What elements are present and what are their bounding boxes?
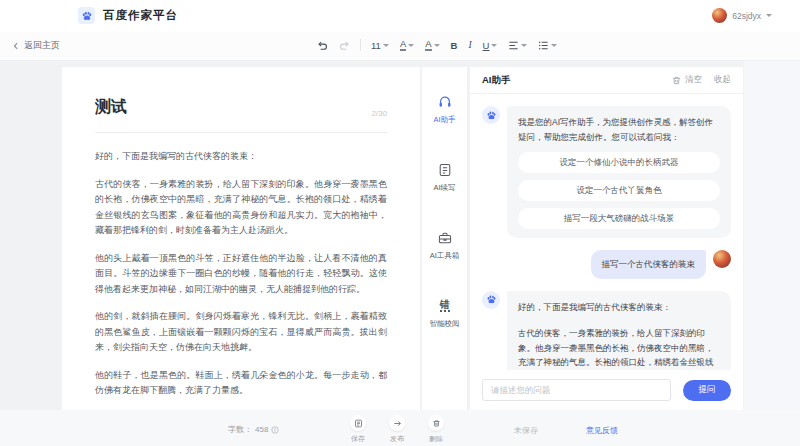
doc-paragraph[interactable]: 他的剑，就斜插在腰间。剑身闪烁着寒光，锋利无比。剑柄上，裹着精致的黑色鲨鱼皮，上…	[95, 309, 387, 356]
user-message: 描写一个古代侠客的装束	[482, 250, 731, 279]
title-divider	[95, 132, 387, 133]
rail-item-ai-toolbox[interactable]: AI工具箱	[430, 229, 460, 261]
font-size-value: 11	[371, 40, 381, 51]
info-icon	[271, 426, 279, 434]
rail-item-ai-assistant[interactable]: AI助手	[433, 93, 455, 125]
clear-chat-button[interactable]: 清空	[671, 74, 702, 86]
user-name: 62sjdyx	[732, 11, 761, 21]
publish-arrow-icon	[389, 415, 405, 431]
rail-item-smart-proofread[interactable]: 错 智能校阅	[430, 297, 460, 329]
proofread-icon: 错	[436, 297, 453, 314]
suggestion-list: 设定一个修仙小说中的长柄武器 设定一个古代丫鬟角色 描写一段大气磅礴的战斗场景	[518, 152, 720, 229]
clear-label: 清空	[685, 74, 702, 86]
word-count-label: 字数：	[228, 424, 252, 435]
collapse-panel-button[interactable]: 收起	[714, 74, 731, 86]
reply-bubble: 好的，下面是我编写的古代侠客的装束： 古代的侠客，一身素雅的装扮，给人留下深刻的…	[507, 291, 731, 371]
ai-assistant-panel: AI助手 清空 收起 我是您的AI写作助手，为您提供创作灵感，解答创作疑问，帮助…	[470, 67, 743, 410]
footer-bar: 字数：458 保存 发布 删除 未保存 意见反馈	[0, 410, 800, 446]
suggestion-pill[interactable]: 设定一个修仙小说中的长柄武器	[518, 152, 720, 173]
welcome-text: 我是您的AI写作助手，为您提供创作灵感，解答创作疑问，帮助您完成创作。您可以试着…	[518, 115, 720, 144]
feedback-link[interactable]: 意见反馈	[586, 425, 618, 436]
rail-label: 智能校阅	[430, 319, 460, 329]
welcome-bubble: 我是您的AI写作助手，为您提供创作灵感，解答创作疑问，帮助您完成创作。您可以试着…	[507, 106, 731, 238]
delete-button[interactable]: 删除	[428, 415, 444, 444]
chevron-down-icon	[434, 44, 440, 47]
user-bubble: 描写一个古代侠客的装束	[591, 250, 707, 279]
chevron-down-icon	[766, 14, 772, 17]
reply-intro: 好的，下面是我编写的古代侠客的装束：	[518, 300, 720, 315]
save-button[interactable]: 保存	[350, 415, 366, 444]
document-pen-icon	[436, 161, 453, 178]
user-avatar	[713, 250, 731, 268]
highlight-letter: A	[425, 39, 431, 51]
highlight-color-dropdown[interactable]: A	[424, 37, 440, 53]
back-to-home-link[interactable]: 返回主页	[12, 39, 60, 52]
document-body[interactable]: 好的，下面是我编写的古代侠客的装束： 古代的侠客，一身素雅的装扮，给人留下深刻的…	[95, 149, 387, 410]
suggestion-pill[interactable]: 描写一段大气磅礴的战斗场景	[518, 208, 720, 229]
headset-icon	[436, 93, 453, 110]
suggestion-pill[interactable]: 设定一个古代丫鬟角色	[518, 180, 720, 201]
ai-message: 我是您的AI写作助手，为您提供创作灵感，解答创作疑问，帮助您完成创作。您可以试着…	[482, 106, 731, 238]
rail-label: AI助手	[433, 115, 455, 125]
back-label: 返回主页	[24, 39, 60, 52]
document-title[interactable]: 测试	[95, 97, 127, 118]
toolbox-icon	[436, 229, 453, 246]
question-input[interactable]	[482, 379, 671, 401]
document-editor: 测试 2/30 好的，下面是我编写的古代侠客的装束： 古代的侠客，一身素雅的装扮…	[62, 67, 420, 410]
chevron-down-icon	[383, 44, 389, 47]
publish-label: 发布	[390, 434, 404, 444]
user-avatar[interactable]	[712, 8, 727, 23]
underline-letter: U	[483, 40, 490, 51]
word-count: 字数：458	[228, 424, 279, 435]
align-icon	[508, 40, 519, 51]
top-header: 百度作家平台 62sjdyx	[0, 0, 800, 32]
list-icon	[538, 40, 549, 51]
undo-icon	[317, 40, 328, 51]
underline-dropdown[interactable]: U	[482, 38, 499, 53]
chevron-down-icon	[551, 44, 557, 47]
ai-message: 好的，下面是我编写的古代侠客的装束： 古代的侠客，一身素雅的装扮，给人留下深刻的…	[482, 291, 731, 371]
bot-avatar-icon	[482, 291, 500, 309]
ai-tool-rail: AI助手 AI续写 AI工具箱 错 智能校阅	[422, 67, 468, 410]
delete-label: 删除	[429, 434, 443, 444]
chat-messages: 我是您的AI写作助手，为您提供创作灵感，解答创作疑问，帮助您完成创作。您可以试着…	[470, 94, 743, 370]
assistant-header: AI助手 清空 收起	[470, 67, 743, 94]
chevron-down-icon	[491, 44, 497, 47]
rail-label: AI工具箱	[430, 251, 460, 261]
font-color-dropdown[interactable]: A	[399, 37, 415, 53]
editor-toolbar-row: 返回主页 11 A A B I U	[0, 32, 800, 61]
assistant-title: AI助手	[482, 74, 511, 87]
doc-paragraph[interactable]: 他的鞋子，也是黑色的。鞋面上，绣着几朵金色的小龙。每一步走动，都仿佛有龙在脚下翻…	[95, 368, 387, 399]
app-title: 百度作家平台	[103, 8, 178, 23]
chat-input-bar: 提问	[470, 370, 743, 410]
doc-paragraph[interactable]: 好的，下面是我编写的古代侠客的装束：	[95, 149, 387, 165]
undo-button[interactable]	[316, 38, 329, 53]
user-menu[interactable]: 62sjdyx	[712, 8, 772, 23]
redo-icon	[339, 40, 350, 51]
publish-button[interactable]: 发布	[389, 415, 405, 444]
main-area: 测试 2/30 好的，下面是我编写的古代侠客的装束： 古代的侠客，一身素雅的装扮…	[0, 61, 800, 410]
italic-button[interactable]: I	[467, 38, 472, 52]
redo-button[interactable]	[338, 38, 351, 53]
ask-button[interactable]: 提问	[683, 380, 731, 401]
trash-icon	[671, 75, 682, 86]
title-char-counter: 2/30	[371, 109, 387, 118]
rail-item-ai-continue[interactable]: AI续写	[433, 161, 455, 193]
collapse-label: 收起	[714, 74, 731, 86]
brand: 百度作家平台	[78, 7, 178, 24]
rail-label: AI续写	[433, 183, 455, 193]
bold-button[interactable]: B	[450, 38, 459, 53]
bot-avatar-icon	[482, 106, 500, 124]
chevron-down-icon	[408, 44, 414, 47]
chevron-down-icon	[521, 44, 527, 47]
align-dropdown[interactable]	[507, 38, 528, 53]
font-size-dropdown[interactable]: 11	[370, 38, 390, 53]
delete-trash-icon	[428, 415, 444, 431]
doc-paragraph[interactable]: 古代的侠客，一身素雅的装扮，给人留下深刻的印象。他身穿一袭墨黑色的长袍，仿佛夜空…	[95, 177, 387, 239]
font-color-letter: A	[400, 39, 406, 51]
word-count-value: 458	[255, 425, 268, 434]
list-dropdown[interactable]	[537, 38, 558, 53]
save-label: 保存	[351, 434, 365, 444]
doc-paragraph[interactable]: 他的头上戴着一顶黑色的斗笠，正好遮住他的半边脸，让人看不清他的真面目。斗笠的边缘…	[95, 251, 387, 298]
toolbar-divider	[360, 39, 361, 51]
